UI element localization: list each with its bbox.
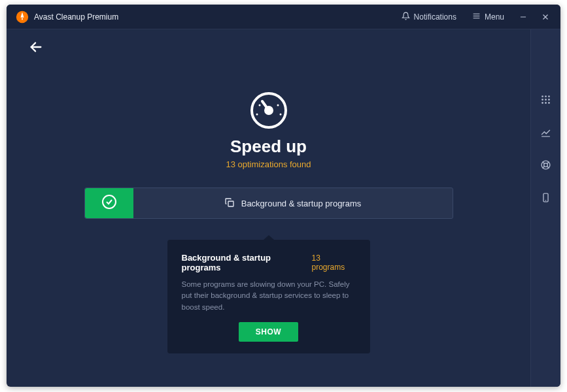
popup-program-count: 13 programs: [312, 253, 356, 272]
optimization-item-background-programs[interactable]: Background & startup programs: [84, 188, 453, 219]
lifebuoy-icon: [540, 159, 551, 173]
svg-point-14: [277, 105, 279, 106]
check-circle-icon: [101, 194, 117, 212]
close-button[interactable]: [536, 7, 555, 27]
detail-popup: Background & startup programs 13 program…: [167, 240, 370, 353]
sidebar-stats-button[interactable]: [531, 120, 561, 147]
sidebar-apps-button[interactable]: [531, 87, 561, 114]
page-title: Speed up: [230, 137, 307, 157]
svg-point-12: [279, 114, 281, 116]
back-button[interactable]: [29, 40, 43, 57]
app-window: Avast Cleanup Premium Notifications: [7, 5, 560, 387]
optimization-item-label: Background & startup programs: [241, 199, 362, 208]
svg-line-31: [543, 166, 545, 168]
copy-icon: [224, 197, 235, 210]
grid-icon: [540, 94, 551, 108]
popup-description: Some programs are slowing down your PC. …: [182, 279, 356, 313]
menu-label: Menu: [485, 12, 504, 22]
svg-point-15: [103, 195, 116, 208]
svg-rect-16: [228, 201, 233, 206]
svg-point-13: [258, 105, 260, 106]
show-button[interactable]: SHOW: [239, 322, 298, 342]
notifications-button[interactable]: Notifications: [395, 8, 463, 26]
titlebar: Avast Cleanup Premium Notifications: [7, 5, 560, 29]
popup-header: Background & startup programs 13 program…: [182, 253, 356, 272]
bell-icon: [402, 12, 410, 22]
sidebar-help-button[interactable]: [531, 152, 561, 180]
app-title: Avast Cleanup Premium: [34, 12, 395, 22]
chart-line-icon: [540, 127, 551, 140]
svg-point-20: [541, 99, 543, 101]
right-sidebar: [530, 29, 560, 387]
popup-title: Background & startup programs: [182, 253, 312, 272]
svg-line-29: [543, 161, 545, 163]
svg-point-23: [541, 102, 543, 104]
svg-point-28: [544, 163, 548, 167]
svg-point-25: [548, 102, 550, 104]
sidebar-mobile-button[interactable]: [531, 185, 561, 212]
menu-button[interactable]: Menu: [466, 8, 511, 26]
svg-point-11: [256, 114, 258, 116]
svg-point-18: [545, 95, 547, 97]
svg-line-30: [547, 161, 549, 163]
hero-section: Speed up 13 optimizations found: [84, 90, 453, 219]
notifications-label: Notifications: [414, 12, 456, 22]
svg-point-24: [545, 102, 547, 104]
speedometer-icon: [248, 90, 290, 131]
minimize-button[interactable]: [513, 7, 533, 27]
optimization-item-content: Background & startup programs: [133, 197, 453, 210]
optimizations-count: 13 optimizations found: [226, 159, 311, 169]
status-check-block: [85, 188, 133, 218]
hamburger-icon: [472, 12, 481, 22]
svg-point-22: [548, 99, 550, 101]
mobile-icon: [540, 192, 551, 206]
svg-line-32: [547, 166, 549, 168]
svg-point-19: [548, 95, 550, 97]
avast-logo-icon: [16, 10, 29, 24]
titlebar-actions: Notifications Menu: [395, 7, 555, 27]
svg-point-21: [545, 99, 547, 101]
svg-point-17: [541, 95, 543, 97]
